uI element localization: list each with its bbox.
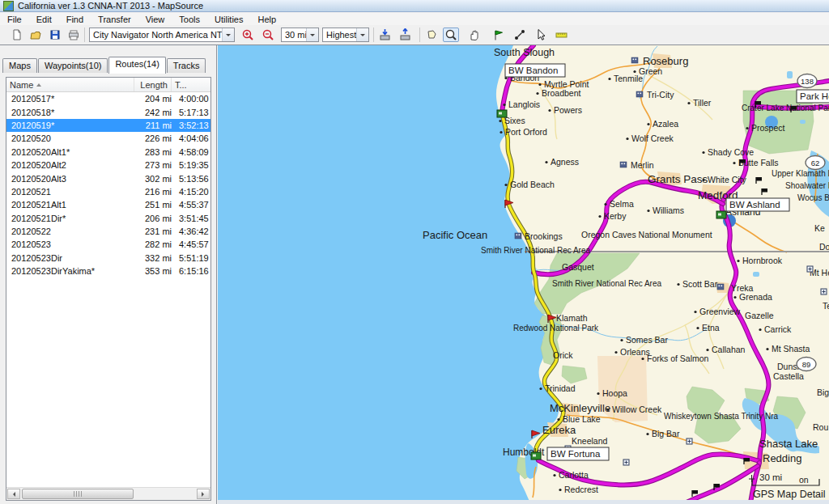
horizontal-scrollbar[interactable] — [6, 487, 210, 500]
detail-level-value: Highest — [323, 30, 356, 40]
town-dot — [539, 388, 542, 390]
map-product-select[interactable]: City Navigator North America NT 2013.1 — [89, 28, 235, 42]
city-icon — [631, 57, 638, 63]
waypoint-callout-park-he[interactable]: Park He — [797, 90, 829, 103]
print-button[interactable] — [66, 28, 82, 42]
route-row-20120518[interactable]: 20120518*242 mi5:17:13 — [6, 105, 210, 118]
receive-from-device-button[interactable] — [397, 28, 414, 42]
route-tool-button[interactable] — [512, 28, 528, 42]
selection-tool-button[interactable] — [532, 28, 548, 42]
menu-edit[interactable]: Edit — [29, 15, 59, 24]
route-time: 3:51:45 — [172, 214, 210, 223]
city-icon — [515, 233, 521, 239]
waypoint-marker-green[interactable] — [497, 110, 507, 117]
town-dot — [733, 296, 736, 299]
save-button[interactable] — [47, 28, 63, 42]
column-header-t[interactable]: T... — [172, 78, 210, 91]
new-file-button[interactable] — [9, 28, 25, 42]
route-row-20120522[interactable]: 20120522231 mi4:36:42 — [6, 225, 210, 238]
highway-number: 138 — [801, 77, 814, 86]
menu-find[interactable]: Find — [59, 15, 91, 24]
table-header: NameLengthT... — [6, 78, 210, 92]
menu-help[interactable]: Help — [250, 15, 283, 24]
route-length: 231 mi — [134, 227, 172, 236]
map-label-carrick: Carrick — [764, 324, 792, 334]
detail-level-select[interactable]: Highest — [322, 28, 369, 42]
zoom-scale-select[interactable]: 30 mi — [281, 28, 319, 42]
town-dot — [559, 489, 561, 491]
tab-waypoints-10[interactable]: Waypoints(10) — [38, 58, 108, 73]
scroll-left-arrow[interactable] — [7, 489, 20, 499]
waypoint-marker-green[interactable] — [531, 452, 541, 460]
route-row-20120520alt3[interactable]: 20120520Alt3302 mi5:13:56 — [6, 172, 210, 184]
map-label-shoalwater-bay: Shoalwater Bay — [785, 181, 829, 190]
column-header-name[interactable]: Name — [6, 78, 134, 91]
route-time: 4:15:20 — [172, 187, 210, 197]
map-label-azalea: Azalea — [653, 119, 678, 129]
menu-file[interactable]: File — [0, 15, 29, 24]
map-label-south-slough: South Slough — [494, 47, 555, 58]
route-name: 20120518* — [6, 108, 134, 117]
map-label-tiller: Tiller — [693, 98, 712, 108]
waypoint-callout-bw-bandon[interactable]: BW Bandon — [505, 64, 565, 77]
route-row-20120523[interactable]: 20120523282 mi4:45:57 — [6, 238, 210, 251]
open-file-button[interactable] — [28, 28, 44, 42]
town-dot — [597, 392, 599, 395]
tab-maps[interactable]: Maps — [2, 58, 37, 73]
waypoint-callout-bw-ashland[interactable]: BW Ashland — [726, 198, 789, 211]
waypoint-tool-button[interactable] — [491, 28, 507, 42]
map-label-wolf-creek: Wolf Creek — [631, 133, 674, 143]
send-to-device-button[interactable] — [377, 28, 393, 42]
map-label-ke: Ke — [814, 223, 825, 233]
route-length: 282 mi — [134, 239, 172, 249]
route-length: 216 mi — [134, 187, 172, 197]
map-label-port-orford: Port Orford — [505, 127, 547, 137]
route-time: 4:36:42 — [172, 227, 210, 236]
route-row-20120519[interactable]: 20120519*211 mi3:52:13 — [6, 119, 210, 132]
route-row-20120520[interactable]: 20120520226 mi4:04:06 — [6, 132, 210, 145]
title-bar[interactable]: California ver 1.3 CNNA-NT 2013 - MapSou… — [0, 0, 829, 12]
waypoint-callout-bw-fortuna[interactable]: BW Fortuna — [547, 447, 609, 460]
zoom-tool-button[interactable] — [443, 28, 459, 42]
menu-tools[interactable]: Tools — [172, 15, 207, 24]
map-label-carlotta: Carlotta — [559, 470, 589, 480]
route-row-20120523dir[interactable]: 20120523Dir332 mi5:51:19 — [6, 252, 210, 265]
tab-routes-14[interactable]: Routes(14) — [108, 57, 165, 74]
town-dot — [557, 418, 559, 421]
zoom-out-button[interactable] — [260, 28, 276, 42]
route-row-20120520alt1[interactable]: 20120520Alt1*283 mi4:58:09 — [6, 146, 210, 159]
chevron-down-icon[interactable] — [356, 28, 368, 41]
menu-view[interactable]: View — [138, 15, 172, 24]
menu-transfer[interactable]: Transfer — [91, 15, 138, 24]
map-label-gasquet: Gasquet — [562, 262, 594, 272]
waypoint-callout-label: BW Fortuna — [551, 449, 601, 459]
route-row-20120521alt1[interactable]: 20120521Alt1251 mi4:55:37 — [6, 198, 210, 211]
town-dot — [733, 162, 735, 164]
scale-caption: GPS Map Detail — [753, 489, 826, 500]
waypoint-marker-green[interactable] — [716, 211, 726, 218]
map-tool-button[interactable] — [423, 28, 440, 42]
scroll-right-arrow[interactable] — [197, 489, 210, 499]
map-label-hoopa: Hoopa — [602, 388, 627, 398]
menu-utilities[interactable]: Utilities — [207, 15, 250, 24]
route-row-20120523diryakima[interactable]: 20120523DirYakima*353 mi6:15:16 — [6, 265, 210, 277]
map-label-mt-shasta: Mt Shasta — [772, 344, 810, 354]
chevron-down-icon[interactable] — [222, 28, 234, 41]
pan-tool-button[interactable] — [466, 28, 482, 42]
map-label-eureka: Eureka — [542, 424, 576, 436]
zoom-in-button[interactable] — [240, 28, 256, 42]
route-length: 226 mi — [134, 133, 172, 143]
route-row-20120521dir[interactable]: 20120521Dir*206 mi3:51:45 — [6, 212, 210, 225]
column-header-length[interactable]: Length — [134, 78, 172, 91]
town-dot — [737, 260, 739, 262]
map-canvas[interactable]: 30 mi GPS Map Detail South SloughBandonR… — [218, 45, 829, 504]
route-row-20120520alt2[interactable]: 20120520Alt2273 mi5:19:35 — [6, 159, 210, 172]
route-row-20120517[interactable]: 20120517*204 mi4:00:00 — [6, 92, 210, 105]
app-icon — [3, 1, 14, 11]
tab-tracks[interactable]: Tracks — [167, 58, 206, 73]
distance-tool-button[interactable] — [554, 28, 570, 42]
route-row-20120521[interactable]: 20120521216 mi4:15:20 — [6, 185, 210, 198]
map-label-agness: Agness — [551, 157, 579, 167]
scrollbar-thumb[interactable] — [22, 489, 134, 499]
chevron-down-icon[interactable] — [306, 28, 318, 41]
